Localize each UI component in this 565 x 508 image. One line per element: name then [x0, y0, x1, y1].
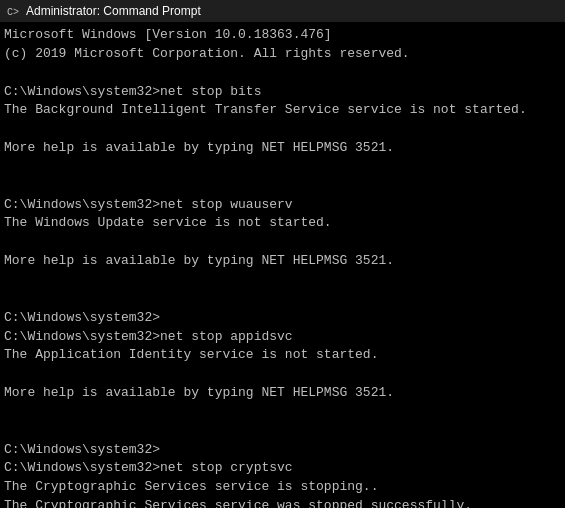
- terminal-line: The Cryptographic Services service is st…: [4, 478, 561, 497]
- terminal-line: [4, 403, 561, 422]
- cmd-icon: C>: [6, 4, 20, 18]
- terminal-line: C:\Windows\system32>: [4, 309, 561, 328]
- terminal-line: (c) 2019 Microsoft Corporation. All righ…: [4, 45, 561, 64]
- terminal-line: [4, 290, 561, 309]
- terminal-body[interactable]: Microsoft Windows [Version 10.0.18363.47…: [0, 22, 565, 508]
- title-bar-text: Administrator: Command Prompt: [26, 4, 559, 18]
- terminal-line: The Windows Update service is not starte…: [4, 214, 561, 233]
- terminal-line: [4, 422, 561, 441]
- terminal-line: [4, 365, 561, 384]
- terminal-line: Microsoft Windows [Version 10.0.18363.47…: [4, 26, 561, 45]
- terminal-line: The Cryptographic Services service was s…: [4, 497, 561, 508]
- terminal-line: More help is available by typing NET HEL…: [4, 384, 561, 403]
- terminal-line: More help is available by typing NET HEL…: [4, 252, 561, 271]
- svg-text:C>: C>: [7, 7, 19, 18]
- title-bar: C> Administrator: Command Prompt: [0, 0, 565, 22]
- terminal-line: [4, 120, 561, 139]
- terminal-line: The Background Intelligent Transfer Serv…: [4, 101, 561, 120]
- terminal-line: C:\Windows\system32>net stop wuauserv: [4, 196, 561, 215]
- terminal-line: [4, 271, 561, 290]
- terminal-line: C:\Windows\system32>net stop cryptsvc: [4, 459, 561, 478]
- terminal-line: C:\Windows\system32>: [4, 441, 561, 460]
- terminal-line: C:\Windows\system32>net stop appidsvc: [4, 328, 561, 347]
- terminal-line: [4, 158, 561, 177]
- terminal-line: [4, 233, 561, 252]
- terminal-line: [4, 177, 561, 196]
- terminal-line: More help is available by typing NET HEL…: [4, 139, 561, 158]
- terminal-line: The Application Identity service is not …: [4, 346, 561, 365]
- terminal-line: [4, 64, 561, 83]
- terminal-line: C:\Windows\system32>net stop bits: [4, 83, 561, 102]
